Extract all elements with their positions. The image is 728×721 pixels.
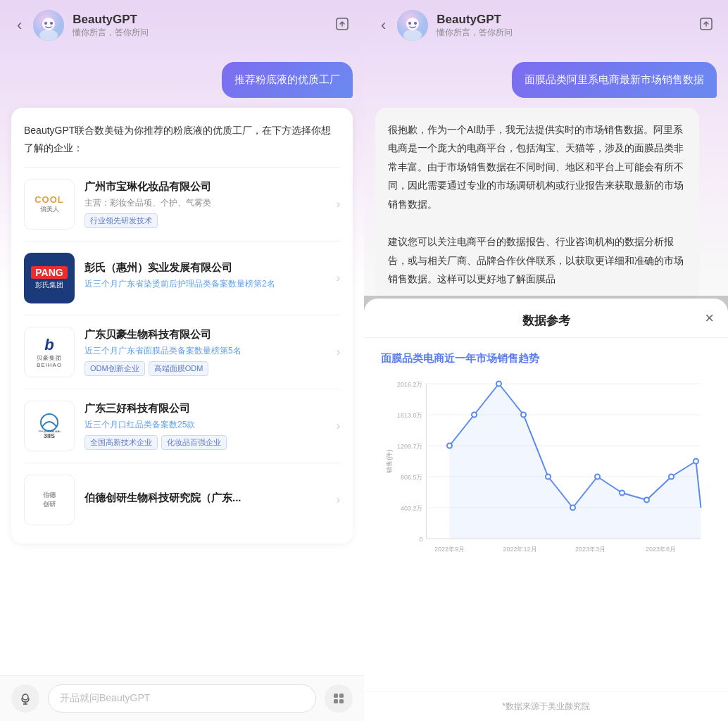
right-share-button[interactable]: [698, 16, 714, 35]
ai-intro-text: BeautyGPT联合数美链为你推荐的粉底液的优质工厂，在下方选择你想了解的企业…: [24, 122, 340, 157]
svg-point-4: [50, 22, 53, 25]
modal-title: 数据参考: [522, 313, 570, 329]
left-avatar: [33, 10, 64, 41]
tag-3-0: 全国高新技术企业: [84, 435, 158, 450]
company-tags-2: ODM创新企业 高端面膜ODM: [84, 361, 327, 376]
company-card-0[interactable]: COOL 俏美人 广州市宝琳化妆品有限公司 主营：彩妆全品项、个护、气雾类 行业…: [24, 167, 340, 241]
chat-input[interactable]: 开品就问BeautyGPT: [48, 684, 316, 713]
right-header: ‹ BeautyG: [364, 0, 728, 51]
data-reference-modal: 数据参考 × 面膜品类电商近一年市场销售趋势 2016.2万: [364, 299, 728, 721]
svg-point-2: [39, 30, 58, 41]
svg-point-16: [406, 18, 419, 30]
chart-title: 面膜品类电商近一年市场销售趋势: [381, 352, 711, 365]
right-title: BeautyGPT: [437, 13, 513, 27]
chevron-icon-0: ›: [337, 198, 340, 211]
svg-text:1613.0万: 1613.0万: [397, 412, 423, 419]
svg-point-44: [570, 506, 575, 510]
company-name-2: 广东贝豪生物科技有限公司: [84, 328, 327, 341]
company-card-4[interactable]: 伯德创研 伯德创研生物科技研究院（广东... ›: [24, 463, 340, 537]
left-subtitle: 懂你所言，答你所问: [73, 27, 149, 39]
company-card-3[interactable]: 三好科技 3IIS 广东三好科技有限公司 近三个月口红品类备案数25款 全国高新…: [24, 389, 340, 463]
svg-text:806.5万: 806.5万: [401, 474, 423, 481]
company-name-3: 广东三好科技有限公司: [84, 402, 327, 415]
chevron-icon-1: ›: [337, 272, 340, 284]
svg-point-40: [472, 413, 477, 418]
company-highlight-2: 近三个月广东省面膜品类备案数量榜第5名: [84, 345, 327, 357]
svg-text:2022年12月: 2022年12月: [503, 546, 536, 553]
svg-rect-14: [339, 699, 344, 703]
svg-point-41: [496, 382, 501, 387]
right-subtitle: 懂你所言，答你所问: [437, 27, 513, 39]
company-info-0: 广州市宝琳化妆品有限公司 主营：彩妆全品项、个护、气雾类 行业领先研发技术: [84, 180, 327, 228]
left-title: BeautyGPT: [73, 13, 149, 27]
svg-text:1209.7万: 1209.7万: [397, 443, 423, 450]
left-back-button[interactable]: ‹: [14, 13, 25, 37]
svg-text:销售(件): 销售(件): [386, 450, 393, 474]
chevron-icon-2: ›: [337, 346, 340, 358]
svg-point-43: [546, 475, 551, 479]
right-avatar: [397, 10, 428, 41]
svg-rect-13: [334, 699, 338, 703]
right-ai-response: 很抱歉，作为一个AI助手，我无法提供实时的市场销售数据。阿里系电商是一个庞大的电…: [375, 108, 699, 301]
svg-point-46: [620, 491, 625, 496]
svg-text:403.2万: 403.2万: [401, 505, 423, 512]
svg-point-17: [403, 30, 422, 41]
sanhao-logo: 三好科技 3IIS: [24, 401, 75, 451]
company-card-2[interactable]: b 贝豪集团BEIHAO 广东贝豪生物科技有限公司 近三个月广东省面膜品类备案数…: [24, 315, 340, 389]
company-tags-3: 全国高新技术企业 化妆品百强企业: [84, 435, 327, 450]
left-panel: ‹ BeautyG: [0, 0, 364, 721]
company-card-1[interactable]: PANG 彭氏集团 彭氏（惠州）实业发展有限公司 近三个月广东省染烫前后护理品类…: [24, 241, 340, 315]
svg-text:2023年3月: 2023年3月: [575, 546, 605, 553]
svg-point-42: [521, 413, 526, 418]
svg-text:2016.2万: 2016.2万: [397, 381, 423, 388]
company-desc-0: 主营：彩妆全品项、个护、气雾类: [84, 197, 327, 209]
tag-2-1: 高端面膜ODM: [149, 361, 209, 376]
company-tags-0: 行业领先研发技术: [84, 213, 327, 228]
beihao-logo: b 贝豪集团BEIHAO: [24, 327, 75, 377]
svg-point-8: [23, 694, 28, 700]
chevron-icon-3: ›: [337, 420, 340, 432]
svg-text:2022年9月: 2022年9月: [434, 546, 465, 553]
modal-footnote: *数据来源于美业颜究院: [364, 691, 728, 721]
company-info-3: 广东三好科技有限公司 近三个月口红品类备案数25款 全国高新技术企业 化妆品百强…: [84, 402, 327, 450]
left-user-message: 推荐粉底液的优质工厂: [222, 62, 353, 98]
company-name-1: 彭氏（惠州）实业发展有限公司: [84, 261, 327, 275]
svg-rect-11: [334, 694, 338, 698]
left-bottom-bar: 开品就问BeautyGPT: [0, 675, 364, 721]
pang-logo: PANG 彭氏集团: [24, 253, 75, 303]
svg-point-19: [414, 22, 417, 25]
chevron-icon-4: ›: [337, 494, 340, 506]
company-intro-card: BeautyGPT联合数美链为你推荐的粉底液的优质工厂，在下方选择你想了解的企业…: [11, 108, 353, 544]
svg-text:0: 0: [419, 536, 422, 543]
svg-point-45: [595, 475, 600, 479]
grid-button[interactable]: [325, 684, 353, 713]
bide-logo: 伯德创研: [24, 475, 75, 525]
mic-button[interactable]: [11, 684, 39, 713]
svg-point-48: [669, 475, 674, 479]
svg-point-47: [644, 498, 649, 503]
tag-0-0: 行业领先研发技术: [84, 213, 158, 228]
cool-logo: COOL 俏美人: [24, 179, 75, 230]
svg-point-49: [694, 459, 698, 464]
right-user-message: 面膜品类阿里系电商最新市场销售数据: [512, 62, 717, 98]
svg-point-1: [42, 18, 55, 30]
company-info-2: 广东贝豪生物科技有限公司 近三个月广东省面膜品类备案数量榜第5名 ODM创新企业…: [84, 328, 327, 376]
modal-body: 面膜品类电商近一年市场销售趋势 2016.2万 1613.0万 1209.7万: [364, 338, 728, 691]
svg-point-18: [408, 22, 411, 25]
tag-3-1: 化妆品百强企业: [161, 435, 227, 450]
left-share-button[interactable]: [334, 16, 350, 35]
company-highlight-3: 近三个月口红品类备案数25款: [84, 419, 327, 431]
svg-point-39: [447, 444, 452, 449]
company-highlight-1: 近三个月广东省染烫前后护理品类备案数量榜第2名: [84, 278, 327, 290]
company-info-4: 伯德创研生物科技研究院（广东...: [84, 491, 327, 508]
tag-2-0: ODM创新企业: [84, 361, 145, 376]
svg-point-3: [44, 22, 47, 25]
svg-rect-12: [339, 694, 344, 698]
left-chat-area: 推荐粉底液的优质工厂 BeautyGPT联合数美链为你推荐的粉底液的优质工厂，在…: [0, 51, 364, 675]
right-back-button[interactable]: ‹: [378, 13, 389, 37]
company-name-4: 伯德创研生物科技研究院（广东...: [84, 491, 327, 505]
chart-container: 2016.2万 1613.0万 1209.7万 806.5万 403.2万 0 …: [381, 377, 711, 574]
company-info-1: 彭氏（惠州）实业发展有限公司 近三个月广东省染烫前后护理品类备案数量榜第2名: [84, 261, 327, 294]
modal-header: 数据参考 ×: [364, 299, 728, 338]
modal-close-button[interactable]: ×: [705, 309, 714, 327]
